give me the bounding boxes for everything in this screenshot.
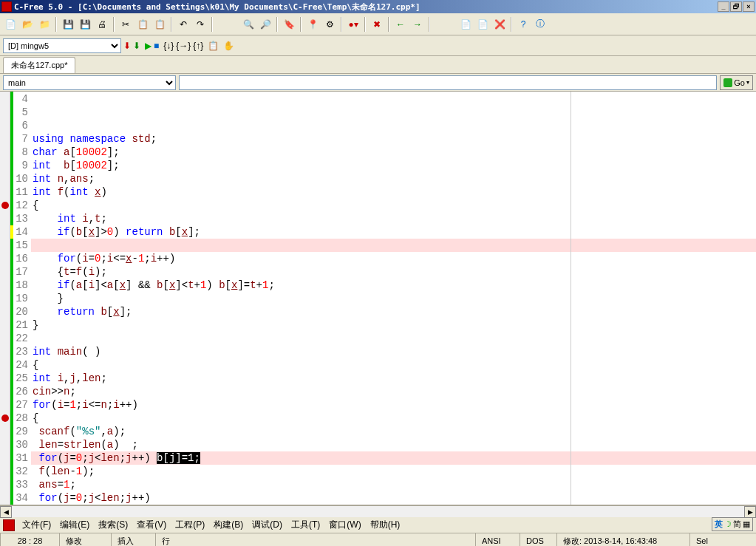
breakpoint-marker[interactable]	[1, 414, 9, 422]
scroll-left-icon[interactable]: ◀	[0, 506, 12, 518]
menu-window[interactable]: 窗口(W)	[324, 517, 365, 533]
code-line[interactable]: scanf("%s",a);	[31, 425, 756, 438]
build-icon[interactable]: ⬇	[133, 41, 140, 51]
redo-icon[interactable]: ↷	[193, 17, 208, 32]
nav-bar: main Go ▾	[0, 74, 756, 92]
doc1-icon[interactable]: 📄	[458, 17, 473, 32]
code-line[interactable]: int f(int x)	[31, 185, 756, 199]
doc2-icon[interactable]: 📄	[475, 17, 490, 32]
minimize-button[interactable]: _	[718, 1, 729, 12]
stop-debug-icon[interactable]: ✋	[223, 41, 234, 51]
menu-edit[interactable]: 编辑(E)	[55, 517, 94, 533]
open-file-icon[interactable]: 📂	[20, 17, 35, 32]
print-icon[interactable]: 🖨	[95, 17, 109, 32]
new-file-icon[interactable]: 📄	[3, 17, 18, 32]
close-button[interactable]: ×	[743, 1, 755, 12]
code-line[interactable]	[31, 239, 756, 252]
stop-icon[interactable]: ■	[154, 41, 159, 51]
horizontal-scrollbar[interactable]: ◀ ▶	[0, 505, 756, 517]
symbol-input[interactable]	[179, 75, 717, 90]
scroll-right-icon[interactable]: ▶	[744, 506, 756, 518]
code-line[interactable]: if(a[i]<a[x] && b[x]<t+1) b[x]=t+1;	[31, 279, 756, 292]
build-toolbar: [D] mingw5 ⬇ ⬇ ▶ ■ {↓} {→} {↑} 📋 ✋	[0, 35, 756, 56]
run-icon[interactable]: ▶	[145, 41, 151, 51]
paste-icon[interactable]: 📋	[152, 17, 167, 32]
breakpoint-gutter[interactable]	[0, 92, 10, 505]
menu-tools[interactable]: 工具(T)	[287, 517, 324, 533]
line-status: 行	[155, 533, 475, 546]
ime-lang: 英	[715, 519, 723, 530]
menu-file[interactable]: 文件(F)	[18, 517, 55, 533]
code-line[interactable]: int main( )	[31, 345, 756, 358]
code-line[interactable]: int n,ans;	[31, 172, 756, 185]
code-line[interactable]: }	[31, 318, 756, 332]
code-line[interactable]: f(len-1);	[31, 465, 756, 478]
code-line[interactable]: cin>>n;	[31, 385, 756, 398]
code-line[interactable]: {	[31, 199, 756, 212]
menu-build[interactable]: 构建(B)	[209, 517, 248, 533]
go-button[interactable]: Go ▾	[720, 75, 753, 90]
code-line[interactable]: for(i=0;i<=x-1;i++)	[31, 252, 756, 265]
app-menu-icon[interactable]	[3, 519, 15, 531]
step-into-icon[interactable]: {↓}	[163, 41, 174, 51]
goto-icon[interactable]: 📍	[305, 17, 320, 32]
code-line[interactable]: for(j=0;j<len;j++) b[j]=1;	[31, 451, 756, 465]
code-line[interactable]: ans=1;	[31, 478, 756, 491]
cut-icon[interactable]: ✂	[118, 17, 133, 32]
goto-def-icon[interactable]: ⚙	[322, 17, 337, 32]
watch-icon[interactable]: 📋	[208, 41, 219, 51]
code-line[interactable]: }	[31, 292, 756, 305]
compile-icon[interactable]: ⬇	[123, 41, 131, 51]
menu-project[interactable]: 工程(P)	[171, 517, 209, 533]
code-line[interactable]: using namespace std;	[31, 132, 756, 146]
file-tab[interactable]: 未命名127.cpp*	[3, 57, 75, 73]
code-editor[interactable]: 4567891011121314151617181920212223242526…	[0, 92, 756, 505]
code-line[interactable]: {	[31, 412, 756, 425]
code-line[interactable]	[31, 332, 756, 345]
code-line[interactable]: {t=f(i);	[31, 265, 756, 279]
undo-icon[interactable]: ↶	[176, 17, 191, 32]
print-margin	[571, 92, 571, 505]
ime-indicator[interactable]: 英 ☽ 简 ▦	[712, 517, 753, 531]
copy-icon[interactable]: 📋	[135, 17, 150, 32]
change-bar	[10, 92, 13, 505]
code-line[interactable]: len=strlen(a) ;	[31, 438, 756, 451]
function-combo[interactable]: main	[3, 75, 176, 90]
code-line[interactable]: if(b[x]>0) return b[x];	[31, 225, 756, 239]
menu-search[interactable]: 搜索(S)	[94, 517, 132, 533]
doc-close-icon[interactable]: ❌	[492, 17, 507, 32]
save-all-icon[interactable]: 💾	[78, 17, 92, 32]
nav-back-icon[interactable]: ←	[393, 17, 408, 32]
nav-forward-icon[interactable]: →	[410, 17, 425, 32]
open-project-icon[interactable]: 📁	[37, 17, 52, 32]
save-icon[interactable]: 💾	[61, 17, 75, 32]
title-bar: C-Free 5.0 - [C:\Documents and Settings\…	[0, 0, 756, 13]
menu-help[interactable]: 帮助(H)	[366, 517, 405, 533]
clear-bp-icon[interactable]: ✖	[370, 17, 384, 32]
compiler-combo[interactable]: [D] mingw5	[3, 38, 121, 53]
code-line[interactable]: int i,j,len;	[31, 372, 756, 385]
step-over-icon[interactable]: {→}	[176, 41, 191, 51]
breakpoint-marker[interactable]	[1, 202, 9, 209]
menu-debug[interactable]: 调试(D)	[248, 517, 287, 533]
code-area[interactable]: using namespace std;char a[10002];int b[…	[31, 92, 756, 505]
restore-button[interactable]: 🗗	[730, 1, 742, 12]
code-line[interactable]: return b[x];	[31, 305, 756, 318]
code-line[interactable]: int i,t;	[31, 212, 756, 225]
info-icon[interactable]: ⓘ	[533, 17, 548, 32]
breakpoint-icon[interactable]: ●▾	[346, 17, 361, 32]
find-icon[interactable]: 🔍	[241, 17, 256, 32]
insert-mode: 插入	[111, 533, 155, 546]
code-line[interactable]: int b[10002];	[31, 159, 756, 172]
bookmark-icon[interactable]: 🔖	[282, 17, 296, 32]
cursor-position: 28 : 28	[0, 533, 59, 546]
code-line[interactable]: char a[10002];	[31, 146, 756, 159]
find-next-icon[interactable]: 🔎	[258, 17, 273, 32]
step-out-icon[interactable]: {↑}	[193, 41, 203, 51]
code-line[interactable]: for(i=1;i<=n;i++)	[31, 398, 756, 412]
help-icon[interactable]: ?	[516, 17, 531, 32]
code-line[interactable]: for(j=0;j<len;j++)	[31, 491, 756, 505]
menu-view[interactable]: 查看(V)	[132, 517, 171, 533]
code-line[interactable]: {	[31, 358, 756, 372]
status-bar: 28 : 28 修改 插入 行 ANSI DOS 修改: 2013-8-14, …	[0, 533, 756, 546]
